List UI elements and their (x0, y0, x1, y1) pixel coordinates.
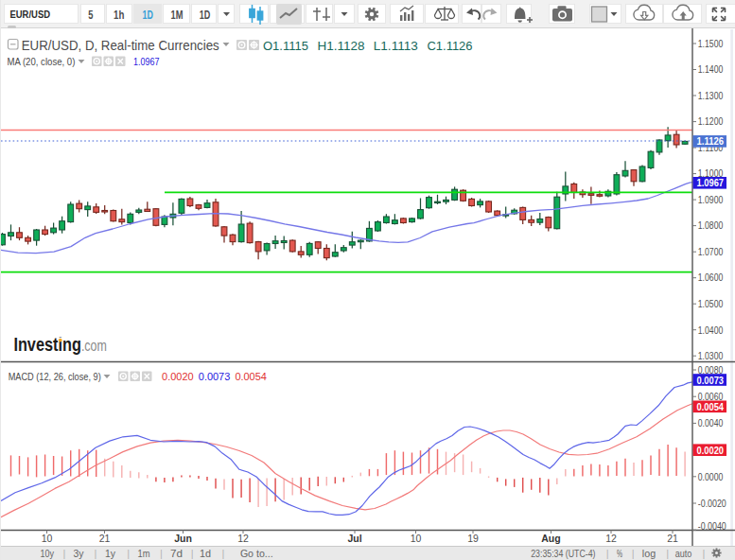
svg-text:|: | (606, 548, 609, 559)
svg-text:0.0020: 0.0020 (697, 445, 725, 456)
svg-text:Aug: Aug (541, 533, 560, 544)
svg-text:L1.1113: L1.1113 (374, 40, 418, 53)
svg-text:21: 21 (99, 533, 111, 544)
svg-text:Jun: Jun (174, 533, 192, 544)
svg-text:1h: 1h (114, 9, 124, 22)
svg-text:1.0967: 1.0967 (133, 56, 160, 67)
svg-text:1.1126: 1.1126 (697, 135, 725, 147)
svg-text:1y: 1y (105, 548, 115, 559)
svg-text:%: % (617, 548, 622, 559)
svg-text:12: 12 (237, 533, 249, 544)
svg-text:MA (20, close, 0): MA (20, close, 0) (7, 56, 75, 67)
svg-text:10: 10 (42, 533, 53, 544)
svg-text:|: | (127, 548, 130, 559)
svg-text:1.0500: 1.0500 (698, 298, 724, 309)
svg-text:Jul: Jul (347, 533, 361, 544)
svg-text:|: | (632, 548, 635, 559)
svg-text:19: 19 (467, 533, 479, 544)
svg-text:23:35:34 (UTC-4): 23:35:34 (UTC-4) (531, 548, 595, 559)
svg-text:.com: .com (81, 337, 107, 354)
svg-text:1.0800: 1.0800 (698, 219, 724, 231)
svg-text:0.0000: 0.0000 (698, 471, 724, 482)
svg-text:0.0040: 0.0040 (698, 417, 724, 429)
svg-text:|: | (95, 548, 97, 559)
svg-text:3y: 3y (74, 548, 84, 559)
svg-text:EUR/USD: EUR/USD (10, 9, 51, 20)
svg-text:1.0300: 1.0300 (698, 350, 724, 361)
svg-text:-0.0020: -0.0020 (698, 498, 726, 509)
svg-text:1D: 1D (200, 9, 211, 22)
svg-text:7d: 7d (170, 548, 183, 559)
svg-text:0.0054: 0.0054 (235, 371, 267, 382)
svg-text:12: 12 (605, 533, 617, 544)
svg-text:0.0073: 0.0073 (697, 375, 725, 386)
svg-text:1.1500: 1.1500 (698, 38, 724, 49)
svg-text:1.0900: 1.0900 (698, 194, 724, 205)
svg-text:|: | (666, 548, 669, 559)
svg-text:1.1300: 1.1300 (698, 90, 724, 101)
svg-text:|: | (222, 548, 225, 559)
svg-text:C1.1126: C1.1126 (428, 40, 473, 53)
svg-text:0.0073: 0.0073 (199, 371, 231, 382)
svg-text:Investing: Investing (13, 334, 81, 355)
svg-text:1.1200: 1.1200 (698, 115, 724, 127)
svg-text:log: log (642, 548, 656, 559)
svg-text:1.0967: 1.0967 (697, 177, 725, 188)
svg-text:-0.0040: -0.0040 (698, 520, 726, 532)
svg-text:|: | (160, 548, 163, 559)
svg-text:|: | (191, 548, 194, 559)
svg-text:MACD (12, 26, close, 9): MACD (12, 26, close, 9) (9, 371, 101, 382)
svg-text:1D: 1D (143, 9, 154, 22)
svg-text:1.0400: 1.0400 (698, 324, 724, 336)
svg-text:|: | (63, 548, 66, 559)
svg-text:0.0020: 0.0020 (162, 371, 194, 382)
svg-text:O1.1115: O1.1115 (263, 40, 308, 53)
svg-text:21: 21 (667, 533, 678, 544)
svg-text:1M: 1M (171, 9, 184, 22)
svg-text:1.1400: 1.1400 (698, 63, 724, 75)
svg-text:1.0600: 1.0600 (698, 271, 724, 283)
svg-text:Go to...: Go to... (240, 548, 273, 559)
svg-text:10y: 10y (41, 548, 55, 559)
svg-text:1m: 1m (138, 548, 150, 559)
svg-text:10: 10 (411, 533, 422, 544)
svg-text:1.0700: 1.0700 (698, 246, 724, 257)
svg-text:0.0054: 0.0054 (697, 401, 725, 412)
svg-text:|: | (702, 548, 705, 559)
svg-text:auto: auto (675, 548, 692, 559)
svg-text:H1.1128: H1.1128 (318, 40, 365, 53)
svg-text:5: 5 (88, 9, 93, 22)
svg-text:EUR/USD, D, Real-time Currenci: EUR/USD, D, Real-time Currencies (22, 37, 219, 53)
svg-text:1d: 1d (200, 548, 211, 559)
